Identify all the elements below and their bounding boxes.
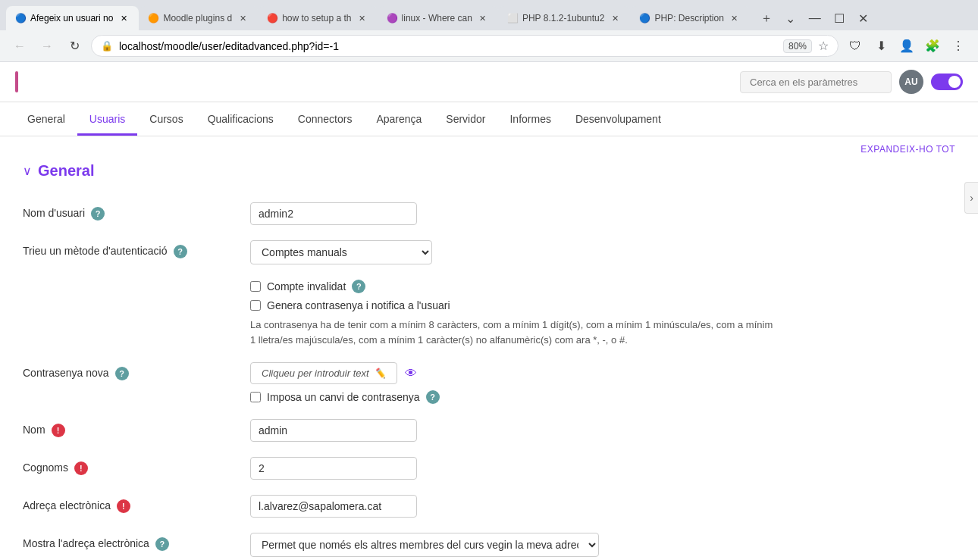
nav-servidor[interactable]: Servidor — [434, 102, 497, 136]
metode-autenticacio-row: Trieu un mètode d'autenticació ? Comptes… — [23, 233, 955, 272]
password-field-wrap: Cliqueu per introduir text ✏️ 👁 — [250, 362, 955, 384]
download-icon[interactable]: ⬇ — [870, 36, 892, 57]
contrasenya-nova-input-btn[interactable]: Cliqueu per introduir text ✏️ — [250, 362, 397, 384]
tab-3-favicon: 🔴 — [267, 13, 277, 23]
address-bar-wrap[interactable]: 🔒 localhost/moodle/user/editadvanced.php… — [91, 35, 839, 57]
mostra-adresa-input-col: Permet que només els altres membres del … — [250, 533, 955, 557]
tab-list-button[interactable]: ⌄ — [780, 8, 801, 29]
edit-icon: ✏️ — [374, 368, 386, 379]
shield-icon[interactable]: 🛡 — [845, 36, 866, 57]
genera-contrasenya-checkbox[interactable] — [250, 300, 261, 311]
reload-button[interactable]: ↻ — [64, 36, 85, 57]
tab-bar: 🔵 Afegeix un usuari no ✕ 🟠 Moodle plugin… — [0, 0, 978, 30]
forward-button[interactable]: → — [36, 36, 58, 57]
cognoms-row: Cognoms ! — [23, 449, 955, 487]
nav-usuaris[interactable]: Usuaris — [77, 102, 137, 136]
nom-usuari-label-col: Nom d'usuari ? — [23, 202, 235, 221]
back-button[interactable]: ← — [9, 36, 30, 57]
profile-icon[interactable]: 👤 — [896, 36, 917, 57]
close-window-button[interactable]: ✕ — [853, 8, 874, 29]
minimize-button[interactable]: — — [804, 8, 826, 29]
nav-informes[interactable]: Informes — [497, 102, 563, 136]
nom-row: Nom ! — [23, 411, 955, 449]
section-general-header[interactable]: ∨ General — [23, 162, 955, 180]
sidebar-toggle[interactable]: › — [964, 182, 978, 214]
theme-toggle[interactable] — [931, 74, 963, 90]
cognoms-label-col: Cognoms ! — [23, 457, 235, 475]
tab-4-favicon: 🟣 — [387, 13, 397, 23]
tab-1-favicon: 🔵 — [15, 13, 26, 23]
adresa-electronica-required-icon: ! — [117, 499, 130, 513]
tab-4-close[interactable]: ✕ — [477, 12, 489, 24]
extensions-icon[interactable]: 🧩 — [922, 36, 943, 57]
compte-invalidat-input-col: Compte invalidat ? Genera contrasenya i … — [250, 280, 955, 347]
tab-1-close[interactable]: ✕ — [118, 12, 130, 24]
nav-cursos[interactable]: Cursos — [137, 102, 195, 136]
nom-usuari-input-col — [250, 202, 955, 225]
tab-5-close[interactable]: ✕ — [609, 12, 621, 24]
nom-usuari-input[interactable] — [250, 202, 417, 225]
compte-invalidat-checkbox[interactable] — [250, 281, 261, 292]
tab-2-title: Moodle plugins d — [163, 13, 232, 23]
nom-input[interactable] — [250, 419, 417, 442]
tab-5[interactable]: ⬜ PHP 8.1.2-1ubuntu2 ✕ — [498, 6, 631, 30]
new-tab-button[interactable]: ＋ — [756, 8, 777, 29]
nom-usuari-row: Nom d'usuari ? — [23, 195, 955, 233]
metode-autenticacio-label: Trieu un mètode d'autenticació — [23, 245, 168, 257]
eye-icon[interactable]: 👁 — [405, 367, 417, 380]
nom-input-col — [250, 419, 955, 442]
mostra-adresa-select[interactable]: Permet que només els altres membres del … — [250, 533, 599, 557]
tab-3[interactable]: 🔴 how to setup a th ✕ — [258, 6, 377, 30]
contrasenya-nova-input-col: Cliqueu per introduir text ✏️ 👁 Imposa u… — [250, 362, 955, 404]
tab-2[interactable]: 🟠 Moodle plugins d ✕ — [139, 6, 258, 30]
nav-bar: ← → ↻ 🔒 localhost/moodle/user/editadvanc… — [0, 30, 978, 61]
avatar: AU — [899, 70, 923, 94]
tab-1-title: Afegeix un usuari no — [30, 13, 113, 23]
mostra-adresa-label: Mostra l'adreça electrònica — [23, 537, 149, 549]
maximize-button[interactable]: ☐ — [829, 8, 850, 29]
address-bar: localhost/moodle/user/editadvanced.php?i… — [119, 40, 777, 52]
metode-autenticacio-select[interactable]: Comptes manuals — [250, 240, 432, 264]
expand-all-button[interactable]: EXPANDEIX-HO TOT — [23, 136, 955, 162]
tab-6-close[interactable]: ✕ — [729, 12, 741, 24]
metode-autenticacio-help-icon[interactable]: ? — [174, 245, 187, 258]
cognoms-label: Cognoms — [23, 461, 68, 474]
contrasenya-nova-row: Contrasenya nova ? Cliqueu per introduir… — [23, 355, 955, 411]
tab-6[interactable]: 🔵 PHP: Description ✕ — [630, 6, 749, 30]
nom-label-col: Nom ! — [23, 419, 235, 437]
mostra-adresa-row: Mostra l'adreça electrònica ? Permet que… — [23, 525, 955, 560]
compte-invalidat-checkbox-row: Compte invalidat ? — [250, 280, 955, 293]
menu-icon[interactable]: ⋮ — [948, 36, 969, 57]
tab-4[interactable]: 🟣 linux - Where can ✕ — [378, 6, 498, 30]
nav-qualificacions[interactable]: Qualificacions — [196, 102, 286, 136]
bookmark-icon[interactable]: ☆ — [818, 39, 829, 53]
nom-usuari-label: Nom d'usuari — [23, 207, 85, 219]
imposa-canvi-checkbox[interactable] — [250, 392, 261, 402]
mostra-adresa-label-col: Mostra l'adreça electrònica ? — [23, 533, 235, 551]
tab-3-close[interactable]: ✕ — [356, 12, 368, 24]
adresa-electronica-input-col — [250, 495, 955, 518]
nom-usuari-help-icon[interactable]: ? — [91, 207, 105, 221]
admin-nav: General Usuaris Cursos Qualificacions Co… — [0, 102, 978, 136]
contrasenya-nova-help-icon[interactable]: ? — [115, 367, 129, 380]
tab-1[interactable]: 🔵 Afegeix un usuari no ✕ — [6, 6, 139, 30]
imposa-canvi-checkbox-row: Imposa un canvi de contrasenya ? — [250, 390, 955, 404]
tab-2-favicon: 🟠 — [148, 13, 158, 23]
header-right: AU — [740, 70, 963, 94]
nom-label: Nom — [23, 424, 45, 436]
nav-general[interactable]: General — [15, 102, 77, 136]
cognoms-input[interactable] — [250, 457, 417, 480]
tab-2-close[interactable]: ✕ — [237, 12, 249, 24]
adresa-electronica-input[interactable] — [250, 495, 417, 518]
header-search-input[interactable] — [740, 71, 892, 93]
tab-actions: ＋ ⌄ — ☐ ✕ — [756, 8, 874, 29]
nav-desenvolupament[interactable]: Desenvolupament — [563, 102, 673, 136]
imposa-canvi-help-icon[interactable]: ? — [426, 390, 440, 404]
tab-4-title: linux - Where can — [402, 13, 472, 23]
compte-invalidat-help-icon[interactable]: ? — [352, 280, 365, 293]
nav-connectors[interactable]: Connectors — [286, 102, 365, 136]
nav-aparenca[interactable]: Aparença — [364, 102, 434, 136]
genera-contrasenya-label: Genera contrasenya i notifica a l'usuari — [267, 299, 450, 311]
mostra-adresa-help-icon[interactable]: ? — [155, 537, 169, 551]
zoom-badge: 80% — [783, 39, 812, 53]
